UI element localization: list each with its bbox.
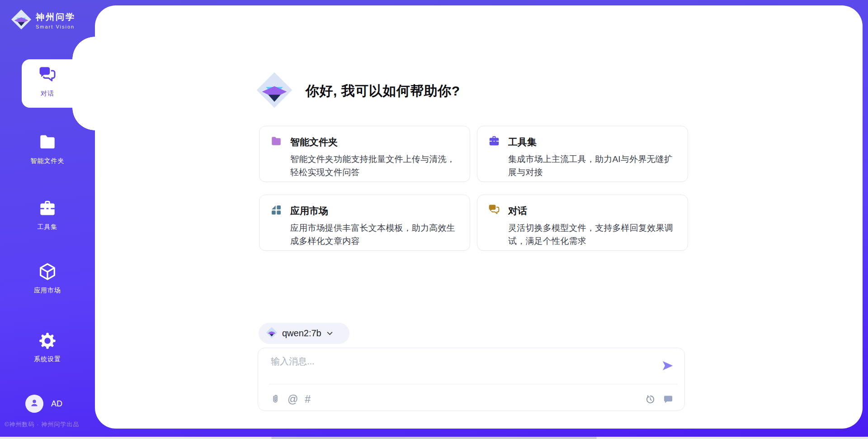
model-diamond-icon [266, 327, 278, 340]
sidebar-item-label: 应用市场 [34, 286, 61, 295]
mention-icon[interactable]: @ [288, 394, 298, 405]
person-icon [29, 398, 39, 410]
card-chat[interactable]: 对话 灵活切换多模型文件，支持多样回复效果调试，满足个性化需求 [477, 195, 688, 251]
greeting-text: 你好, 我可以如何帮助你? [306, 82, 460, 100]
folder-icon [38, 133, 57, 153]
sidebar-item-label: 系统设置 [34, 355, 61, 363]
grid-icon [270, 204, 282, 218]
brand-subtitle: Smart Vision [36, 24, 75, 29]
message-input[interactable] [271, 355, 642, 381]
horizontal-scrollbar [0, 437, 868, 439]
feature-cards: 智能文件夹 智能文件夹功能支持批量文件上传与清洗，轻松实现文件问答 工具集 集成… [259, 126, 688, 251]
model-selector[interactable]: qwen2:7b [259, 323, 349, 344]
card-app-market[interactable]: 应用市场 应用市场提供丰富长文本模板，助力高效生成多样化文章内容 [259, 195, 470, 251]
model-name: qwen2:7b [282, 328, 321, 339]
card-title: 工具集 [508, 136, 537, 148]
folder-icon [270, 135, 282, 149]
avatar [25, 395, 43, 413]
send-icon[interactable] [661, 359, 675, 372]
brand-name: 神州问学 [36, 11, 75, 23]
chat-bubble-icon[interactable] [663, 394, 674, 405]
card-toolset[interactable]: 工具集 集成市场上主流工具，助力AI与外界无缝扩展与对接 [477, 126, 688, 182]
greeting-diamond-icon [256, 72, 293, 110]
card-description: 灵活切换多模型文件，支持多样回复效果调试，满足个性化需求 [488, 222, 677, 248]
chat-icon [38, 66, 57, 86]
user-name: AD [51, 399, 62, 409]
sidebar-item-chat[interactable]: 对话 [0, 66, 95, 98]
scrollbar-thumb[interactable] [271, 437, 597, 439]
brand-diamond-icon [11, 9, 32, 32]
active-tab-flare-bottom [72, 108, 95, 130]
card-smart-folder[interactable]: 智能文件夹 智能文件夹功能支持批量文件上传与清洗，轻松实现文件问答 [259, 126, 470, 182]
brand-logo: 神州问学 Smart Vision [11, 9, 75, 32]
greeting: 你好, 我可以如何帮助你? [256, 72, 460, 110]
composer-tools: @ # [270, 394, 311, 405]
card-description: 智能文件夹功能支持批量文件上传与清洗，轻松实现文件问答 [270, 153, 459, 179]
sidebar-item-settings[interactable]: 系统设置 [0, 332, 95, 363]
card-description: 集成市场上主流工具，助力AI与外界无缝扩展与对接 [488, 153, 677, 179]
gear-icon [38, 332, 57, 352]
composer-divider [269, 384, 677, 384]
toolbox-icon [38, 200, 57, 220]
paperclip-icon[interactable] [270, 394, 281, 405]
message-composer: @ # [258, 348, 685, 411]
chat-icon [488, 204, 500, 218]
sidebar-item-label: 对话 [41, 90, 54, 98]
card-title: 对话 [508, 205, 527, 217]
cube-icon [38, 262, 57, 283]
sidebar-item-app-market[interactable]: 应用市场 [0, 262, 95, 295]
card-title: 智能文件夹 [290, 136, 338, 148]
sidebar-item-toolset[interactable]: 工具集 [0, 200, 95, 231]
sidebar-footer: ©神州数码 · 神州问学出品 [5, 420, 79, 429]
sidebar-item-label: 工具集 [38, 223, 58, 231]
card-description: 应用市场提供丰富长文本模板，助力高效生成多样化文章内容 [270, 222, 459, 248]
sidebar-item-smart-folder[interactable]: 智能文件夹 [0, 133, 95, 165]
composer-right-tools [645, 394, 674, 405]
sidebar-item-label: 智能文件夹 [31, 157, 65, 165]
user-account[interactable]: AD [25, 395, 62, 413]
sidebar: 神州问学 Smart Vision 对话 智能文件夹 工具集 [0, 0, 95, 439]
card-title: 应用市场 [290, 205, 328, 217]
chevron-down-icon [326, 329, 334, 337]
history-icon[interactable] [645, 394, 656, 405]
toolbox-icon [488, 135, 500, 149]
main-panel: 你好, 我可以如何帮助你? 智能文件夹 智能文件夹功能支持批量文件上传与清洗，轻… [95, 5, 863, 429]
hashtag-icon[interactable]: # [305, 394, 311, 405]
active-tab-flare-top [72, 37, 95, 59]
